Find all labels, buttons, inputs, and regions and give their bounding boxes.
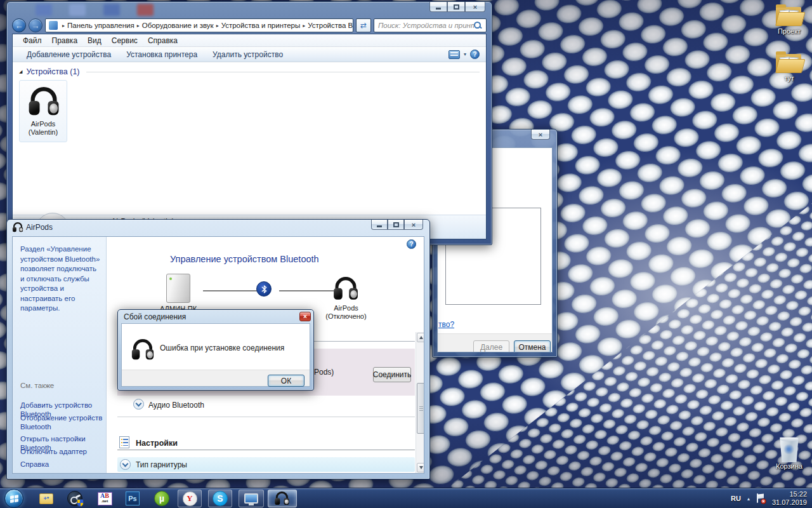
close-icon[interactable]: × <box>531 130 550 140</box>
sidebar-link-show-devices[interactable]: Отображение устройств Bluetooth <box>20 413 103 431</box>
dialog-sidebar: Раздел «Управление устройством Bluetooth… <box>13 237 107 473</box>
desktop-icon-label: Корзина <box>769 462 809 470</box>
taskbar-photoshop-button[interactable]: Ps <box>122 490 143 507</box>
search-icon[interactable] <box>474 22 482 30</box>
headphones-icon <box>12 222 23 232</box>
scrollbar-thumb[interactable] <box>417 383 424 434</box>
sidebar-link-help[interactable]: Справка <box>20 460 103 469</box>
window-titlebar[interactable]: × <box>7 2 492 17</box>
skype-icon: S <box>213 491 228 506</box>
window-client-area: Файл Правка Вид Сервис Справка Добавлени… <box>12 34 487 239</box>
device-tile-airpods[interactable]: AirPods (Valentin) <box>19 80 67 142</box>
connect-button[interactable]: Соединить <box>373 367 411 382</box>
headset-type-label[interactable]: Тип гарнитуры <box>136 460 187 469</box>
remove-device-button[interactable]: Удалить устройство <box>205 48 291 61</box>
ok-button[interactable]: ОК <box>268 375 304 387</box>
forward-icon[interactable]: → <box>29 18 43 32</box>
menu-service[interactable]: Сервис <box>107 35 143 46</box>
help-icon[interactable]: ? <box>470 50 480 59</box>
show-hidden-icons-icon[interactable]: ▴ <box>741 496 756 502</box>
folder-icon <box>775 51 804 74</box>
taskbar-utorrent-button[interactable]: µ <box>151 490 173 507</box>
minimize-icon[interactable] <box>429 2 447 12</box>
navigation-bar: ← → ▸ Панель управления ▸ Оборудование и… <box>7 17 492 34</box>
dialog-heading: Управление устройством Bluetooth <box>170 254 319 264</box>
desktop-icon-recycle-bin[interactable]: Корзина <box>769 437 809 470</box>
scrollbar[interactable] <box>416 332 424 473</box>
breadcrumb-item-control-panel[interactable]: Панель управления <box>67 22 134 29</box>
photoshop-icon: Ps <box>126 491 140 505</box>
error-titlebar[interactable]: Сбой соединения × <box>118 310 313 323</box>
glass-reflection <box>137 4 154 16</box>
desktop-icon-project[interactable]: Проект <box>769 4 809 35</box>
audio-expander-label[interactable]: Аудио Bluetooth <box>148 401 204 410</box>
maximize-icon[interactable] <box>447 2 465 12</box>
view-dropdown-icon[interactable]: ▾ <box>464 51 466 57</box>
utorrent-icon: µ <box>154 491 169 506</box>
taskbar-paintnet-button[interactable]: AB.net <box>94 490 115 507</box>
menu-view[interactable]: Вид <box>82 35 107 46</box>
add-device-button[interactable]: Добавление устройства <box>19 48 119 61</box>
search-input[interactable]: Поиск: Устройства и принтеры <box>374 18 487 32</box>
add-printer-button[interactable]: Установка принтера <box>119 48 205 61</box>
breadcrumb-item-devices-printers[interactable]: Устройства и принтеры <box>221 22 301 29</box>
menu-help[interactable]: Справка <box>143 35 183 46</box>
scroll-up-icon[interactable] <box>417 333 424 342</box>
menu-file[interactable]: Файл <box>18 35 47 46</box>
desktop: Проект тут Корзина × тво? Далее Отмена <box>0 0 812 508</box>
action-center-flag-icon[interactable]: × <box>756 493 764 504</box>
steam-icon <box>67 491 82 506</box>
close-icon[interactable]: × <box>299 312 311 321</box>
menu-bar: Файл Правка Вид Сервис Справка <box>13 34 486 47</box>
chevron-down-icon[interactable] <box>120 459 131 470</box>
error-client-area: Ошибка при установке соединения ОК <box>121 323 310 387</box>
system-tray: RU ▴ × 15:22 31.07.2019 <box>731 488 812 508</box>
folder-icon <box>775 4 804 27</box>
breadcrumb-separator-icon: ▸ <box>60 23 67 29</box>
clock[interactable]: 15:22 31.07.2019 <box>772 490 807 507</box>
divider <box>117 417 415 417</box>
menu-edit[interactable]: Правка <box>47 35 83 46</box>
group-expander-icon[interactable]: ◢ <box>19 69 22 74</box>
breadcrumb-separator-icon: ▸ <box>300 23 308 29</box>
language-indicator[interactable]: RU <box>731 495 741 502</box>
next-button[interactable]: Далее <box>473 340 509 352</box>
device-list-area: ◢ Устройства (1) AirPods (Valentin) <box>13 62 486 217</box>
dialog-titlebar[interactable]: AirPods × <box>7 220 429 235</box>
maximize-icon[interactable] <box>388 220 404 230</box>
minimize-icon[interactable] <box>371 220 388 230</box>
devices-group-header: ◢ Устройства (1) <box>19 67 480 76</box>
display-icon <box>244 493 258 504</box>
glass-reflection <box>69 4 86 16</box>
close-icon[interactable]: × <box>404 220 423 230</box>
taskbar-skype-button[interactable]: S <box>208 490 232 507</box>
taskbar-devices-window-button[interactable] <box>239 490 264 507</box>
cancel-button[interactable]: Отмена <box>514 340 551 352</box>
desktop-icon-label: тут <box>769 74 809 82</box>
yandex-browser-icon: Y <box>183 491 197 506</box>
desktop-icon-tut[interactable]: тут <box>769 51 809 82</box>
taskbar-app-button[interactable]: +* <box>36 490 57 507</box>
help-icon[interactable]: ? <box>407 239 416 249</box>
taskbar-yandex-button[interactable]: Y <box>178 490 202 507</box>
scroll-down-icon[interactable] <box>417 463 424 472</box>
search-placeholder: Поиск: Устройства и принтеры <box>378 22 474 29</box>
breadcrumb[interactable]: ▸ Панель управления ▸ Оборудование и зву… <box>45 18 353 32</box>
uac-shield-icon <box>77 499 84 507</box>
start-button[interactable] <box>4 489 23 508</box>
taskbar-airpods-dialog-button[interactable] <box>268 490 297 507</box>
breadcrumb-item-hardware-sound[interactable]: Оборудование и звук <box>142 22 214 29</box>
chevron-down-icon[interactable] <box>133 399 144 410</box>
breadcrumb-separator-icon: ▸ <box>214 23 221 29</box>
refresh-icon[interactable]: ⇄ <box>356 18 371 32</box>
wizard-help-link[interactable]: тво? <box>438 320 454 329</box>
address-icon <box>49 21 58 30</box>
taskbar-steam-button[interactable] <box>63 490 86 507</box>
back-icon[interactable]: ← <box>12 18 26 32</box>
close-icon[interactable]: × <box>465 2 485 12</box>
sidebar-link-disable-adapter[interactable]: Отключить адаптер <box>20 447 103 456</box>
breadcrumb-item-bluetooth-devices[interactable]: Устройства Bluetooth <box>308 22 353 29</box>
view-selector-icon[interactable] <box>449 50 460 59</box>
headphones-icon <box>332 277 359 301</box>
app-icon: +* <box>39 493 53 504</box>
